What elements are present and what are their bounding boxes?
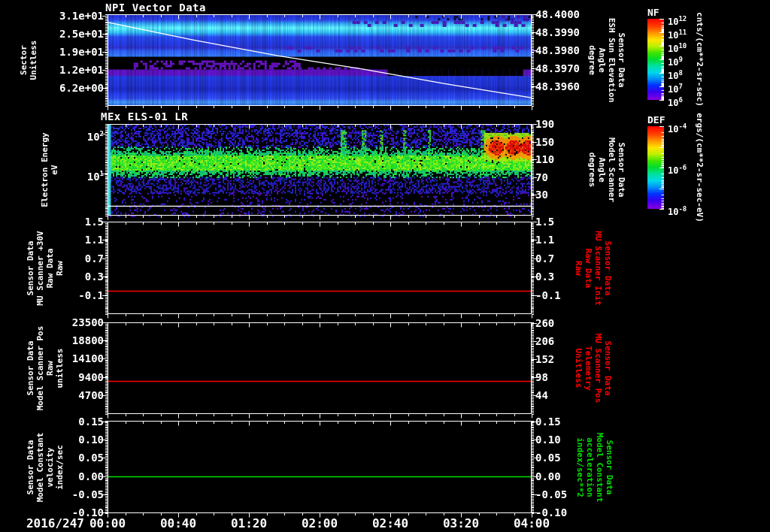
right-axis-label: Sensor Data ESH Sun Elevation Angle degr…: [587, 18, 626, 103]
colorbar-tick-label: 109: [668, 54, 683, 65]
y-axis-tick-label: 2.5e+01: [44, 28, 104, 40]
colorbar-tick-label: 1011: [668, 27, 687, 38]
right-axis-tick-label: -0.05: [535, 488, 567, 500]
right-axis-tick-label: 0.00: [535, 470, 561, 482]
power-exponent: -8: [678, 205, 687, 213]
right-axis-tick-label: 70: [535, 171, 548, 183]
right-axis-label: Sensor Data Model Scanner Angle degrees: [587, 138, 626, 202]
right-axis-tick-label: 48.3990: [535, 26, 580, 38]
power-exponent: 12: [678, 15, 687, 23]
power-base: 10: [668, 207, 678, 217]
right-axis-tick-label: 30: [535, 189, 548, 201]
x-axis-tick-label: 00:40: [144, 516, 212, 530]
power-exponent: 10: [678, 42, 687, 50]
right-axis-tick-label: 1.5: [535, 216, 554, 228]
y-axis-tick-label: 1.2e+01: [44, 64, 104, 76]
x-axis-date-label: 2016/247: [2, 516, 84, 530]
power-base: 10: [668, 44, 678, 54]
colorbar-unit-label: ergs/(cm**2-sr-sec-eV): [695, 113, 705, 222]
power-exponent: 6: [678, 96, 682, 104]
power-base: 10: [668, 84, 678, 95]
right-axis-tick-label: 110: [535, 153, 554, 165]
colorbar-tick-label: 1010: [668, 41, 687, 51]
x-axis-tick-label: 03:20: [427, 516, 495, 530]
power-exponent: 7: [678, 83, 682, 90]
right-axis-tick-label: 152: [535, 353, 554, 365]
y-axis-tick-label: 6.2e+00: [44, 82, 104, 94]
power-exponent: 9: [678, 56, 682, 63]
y-axis-label: Sector Unitless: [19, 41, 38, 80]
right-axis-tick-label: 48.3970: [535, 62, 580, 74]
colorbar-unit-label: cnts/(cm**2-sr-sec): [695, 12, 705, 107]
power-base: 10: [668, 30, 678, 41]
panel-title: NPI Vector Data: [105, 2, 206, 14]
power-exponent: 8: [678, 69, 682, 77]
right-axis-tick-label: 0.7: [535, 252, 554, 264]
colorbar-tick-label: 10-4: [668, 121, 687, 131]
right-axis-tick-label: 0.10: [535, 434, 561, 446]
x-axis-tick-label: 02:40: [356, 516, 424, 530]
right-axis-label: Sensor Data MU Scanner Init Raw Data Raw: [574, 231, 613, 305]
power-exponent: 11: [678, 29, 687, 36]
colorbar-tick-label: 10-6: [668, 162, 687, 173]
right-axis-tick-label: 98: [535, 371, 548, 383]
colorbar-tick-label: 10-8: [668, 204, 687, 214]
right-axis-label: Sensor Data MU Scanner Pos Telemetry Uni…: [574, 334, 613, 404]
y-axis-label: Sensor Data MU Scanner +30V Raw Data Raw: [26, 231, 65, 305]
power-exponent: 2: [100, 130, 104, 138]
y-axis-label: Sensor Data Model Constant velocity inde…: [26, 432, 65, 502]
x-axis-tick-label: 01:20: [215, 516, 283, 530]
right-axis-tick-label: 260: [535, 317, 554, 329]
y-axis-label: Electron Energy eV: [40, 132, 59, 207]
right-axis-label: Sensor Data Model Constant acceleration …: [575, 432, 614, 502]
right-axis-tick-label: 0.3: [535, 271, 554, 283]
colorbar-tick-label: 107: [668, 81, 683, 92]
right-axis-tick-label: 206: [535, 335, 554, 347]
right-axis-tick-label: 48.3980: [535, 44, 580, 56]
colorbar-tick-label: 1012: [668, 14, 687, 24]
colorbar-name: NF: [647, 7, 659, 18]
power-base: 10: [87, 131, 100, 143]
colorbar-tick-label: 108: [668, 68, 683, 78]
colorbar-tick-label: 106: [668, 95, 683, 105]
x-axis-tick-label: 04:00: [498, 516, 565, 530]
power-exponent: -4: [678, 122, 687, 130]
right-axis-tick-label: -0.1: [535, 289, 561, 301]
power-base: 10: [668, 71, 678, 81]
right-axis-tick-label: 0.15: [535, 416, 561, 428]
x-axis-tick-label: 02:00: [286, 516, 353, 530]
y-axis-tick-label: 1.9e+01: [44, 46, 104, 58]
x-axis-tick-label: 00:00: [74, 516, 141, 530]
right-axis-tick-label: 1.1: [535, 234, 554, 246]
power-base: 10: [668, 165, 678, 176]
colorbar-name: DEF: [647, 114, 665, 125]
scientific-plot-figure: NPI Vector Data3.1e+012.5e+011.9e+011.2e…: [0, 0, 770, 532]
y-axis-tick-label: 1.5: [44, 216, 104, 228]
power-exponent: 1: [100, 170, 104, 177]
right-axis-tick-label: 0.05: [535, 452, 561, 464]
y-axis-tick-label: 0.15: [44, 416, 104, 428]
right-axis-tick-label: 190: [535, 118, 554, 130]
chart-canvas: [0, 0, 770, 532]
y-axis-label: Sensor Data Model Scanner Pos Raw unitle…: [26, 326, 65, 411]
power-base: 10: [87, 171, 100, 183]
power-base: 10: [668, 98, 678, 108]
right-axis-tick-label: 48.4000: [535, 8, 580, 20]
y-axis-tick-label: 3.1e+01: [44, 10, 104, 22]
power-base: 10: [668, 57, 678, 68]
power-exponent: -6: [678, 164, 687, 171]
power-base: 10: [668, 17, 678, 27]
panel-title: MEx ELS-01 LR: [101, 110, 188, 122]
right-axis-tick-label: 48.3960: [535, 80, 580, 92]
right-axis-tick-label: 44: [535, 389, 548, 401]
right-axis-tick-label: 150: [535, 136, 554, 148]
power-base: 10: [668, 124, 678, 135]
